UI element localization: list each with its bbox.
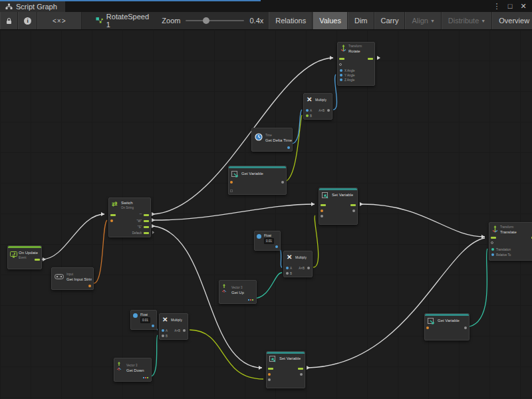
product-out-port[interactable] bbox=[327, 109, 330, 112]
flow-out-port[interactable] bbox=[35, 259, 40, 261]
maximize-icon[interactable]: □ bbox=[505, 2, 515, 10]
relations-button[interactable]: Relations bbox=[269, 12, 313, 29]
flow-in-port[interactable] bbox=[110, 214, 116, 216]
zoom-slider-handle[interactable] bbox=[203, 17, 209, 24]
float-value-field[interactable]: 0.01 bbox=[264, 238, 274, 244]
tab-script-graph[interactable]: Script Graph bbox=[0, 0, 65, 12]
product-out-port[interactable] bbox=[307, 267, 310, 269]
info-button[interactable]: i bbox=[18, 12, 37, 29]
a-in-port[interactable] bbox=[286, 267, 289, 269]
y-angle-in-port[interactable] bbox=[340, 74, 342, 76]
flow-out-port[interactable] bbox=[144, 226, 149, 228]
node-float-bottom[interactable]: Float 0.01 bbox=[130, 310, 157, 330]
flow-out-port[interactable] bbox=[144, 214, 149, 216]
node-set-variable-bottom[interactable]: Set Variable bbox=[266, 351, 305, 388]
name-in-port[interactable] bbox=[268, 373, 271, 376]
distribute-button[interactable]: Distribute ▼ bbox=[442, 12, 492, 29]
window-menu-icon[interactable]: ⋮ bbox=[491, 2, 502, 11]
a-label: A bbox=[166, 329, 168, 332]
float-out-port[interactable] bbox=[152, 325, 154, 327]
lock-button[interactable] bbox=[0, 12, 18, 29]
flow-out-port[interactable] bbox=[298, 368, 303, 370]
node-title: Get Input String bbox=[66, 277, 92, 281]
arrowhead bbox=[377, 56, 380, 60]
vector3-out-port[interactable] bbox=[143, 377, 148, 378]
node-on-update[interactable]: On Update Event bbox=[7, 245, 42, 269]
code-view-button[interactable]: <×> bbox=[37, 12, 82, 29]
a-in-port[interactable] bbox=[162, 329, 164, 332]
float-out-port[interactable] bbox=[275, 245, 278, 248]
node-get-input-string[interactable]: Input Get Input String bbox=[51, 267, 94, 290]
vector3-out-port[interactable] bbox=[248, 299, 253, 301]
node-float-mid[interactable]: Float 0.01 bbox=[254, 231, 281, 251]
node-title: Get Variable bbox=[241, 172, 263, 176]
zoom-slider[interactable] bbox=[186, 20, 244, 21]
flow-in-port[interactable] bbox=[339, 58, 344, 60]
target-in-port[interactable] bbox=[339, 63, 342, 66]
overview-button[interactable]: Overview bbox=[492, 12, 532, 29]
target-in-port[interactable] bbox=[491, 241, 493, 244]
node-category: Vector 3 bbox=[126, 364, 138, 367]
name-in-port[interactable] bbox=[321, 209, 323, 212]
graph-asset-chip[interactable]: RotateSpeed 1 bbox=[89, 12, 156, 29]
b-label: B bbox=[166, 334, 168, 338]
close-icon[interactable]: ✕ bbox=[518, 2, 529, 11]
values-button[interactable]: Values bbox=[313, 12, 348, 29]
variable-kind-icon[interactable] bbox=[230, 190, 233, 192]
node-get-variable-top[interactable]: Get Variable bbox=[228, 166, 287, 195]
value-out-port[interactable] bbox=[464, 327, 467, 329]
product-out-port[interactable] bbox=[183, 329, 186, 332]
z-angle-in-port[interactable] bbox=[340, 78, 342, 81]
align-button[interactable]: Align ▼ bbox=[405, 12, 441, 29]
node-multiply-top[interactable]: ✕ Multiply A A×B B bbox=[303, 93, 332, 120]
node-translate[interactable]: Transform Translate Translation Relative… bbox=[489, 222, 532, 261]
node-get-up[interactable]: Vector 3 Get Up bbox=[219, 280, 257, 304]
node-multiply-bottom[interactable]: ✕ Multiply A A×B B bbox=[159, 313, 188, 340]
node-set-variable-mid[interactable]: Set Variable bbox=[319, 188, 358, 225]
relative-to-in-port[interactable] bbox=[491, 253, 494, 256]
a-in-port[interactable] bbox=[306, 109, 309, 112]
clock-icon bbox=[255, 133, 263, 141]
wire-multiply-mid-to-setvariable-mid bbox=[313, 215, 319, 267]
string-in-port[interactable] bbox=[110, 219, 113, 222]
flow-out-port[interactable] bbox=[144, 232, 149, 234]
string-out-port[interactable] bbox=[88, 285, 91, 287]
value-out-port[interactable] bbox=[352, 209, 355, 212]
dim-button[interactable]: Dim bbox=[348, 12, 374, 29]
z-angle-label: Z Angle bbox=[344, 78, 354, 82]
name-in-port[interactable] bbox=[426, 327, 429, 329]
float-out-port[interactable] bbox=[287, 146, 290, 149]
flow-in-port[interactable] bbox=[268, 368, 273, 370]
node-rotate[interactable]: Transform Rotate X Angle Y Angle Z Angle bbox=[337, 42, 375, 86]
out-label: A×B bbox=[299, 267, 305, 270]
value-in-port[interactable] bbox=[268, 378, 271, 381]
value-out-port[interactable] bbox=[300, 373, 303, 376]
translation-label: Translation bbox=[496, 248, 511, 251]
flow-in-port[interactable] bbox=[321, 204, 326, 206]
flow-out-port[interactable] bbox=[350, 204, 356, 206]
flow-in-port[interactable] bbox=[491, 237, 496, 239]
value-out-port[interactable] bbox=[281, 181, 284, 184]
node-title: Multiply bbox=[295, 255, 307, 259]
flow-out-port[interactable] bbox=[144, 220, 149, 222]
b-in-port[interactable] bbox=[162, 334, 164, 337]
arrowhead bbox=[152, 212, 155, 216]
flow-out-port[interactable] bbox=[368, 58, 373, 60]
name-in-port[interactable] bbox=[230, 181, 233, 184]
carry-button[interactable]: Carry bbox=[374, 12, 406, 29]
node-get-delta-time[interactable]: Time Get Delta Time bbox=[251, 128, 293, 152]
case-label: "S" bbox=[138, 225, 142, 229]
variable-box-icon bbox=[428, 318, 435, 325]
x-angle-in-port[interactable] bbox=[340, 69, 342, 72]
b-in-port[interactable] bbox=[306, 114, 309, 117]
b-in-port[interactable] bbox=[286, 272, 289, 275]
value-in-port[interactable] bbox=[321, 215, 323, 217]
graph-canvas[interactable]: On Update Event Input Get Input String ⇄… bbox=[0, 30, 532, 399]
out-label: A×B bbox=[174, 329, 180, 332]
float-value-field[interactable]: 0.01 bbox=[140, 317, 150, 323]
node-switch-on-string[interactable]: ⇄ Switch On String "" "W" "S" Default bbox=[108, 198, 151, 237]
node-multiply-mid[interactable]: ✕ Multiply A A×B B bbox=[283, 251, 313, 277]
translation-in-port[interactable] bbox=[491, 248, 494, 251]
node-get-down[interactable]: Vector 3 Get Down bbox=[114, 358, 152, 382]
node-get-variable-bottom[interactable]: Get Variable bbox=[424, 313, 469, 340]
